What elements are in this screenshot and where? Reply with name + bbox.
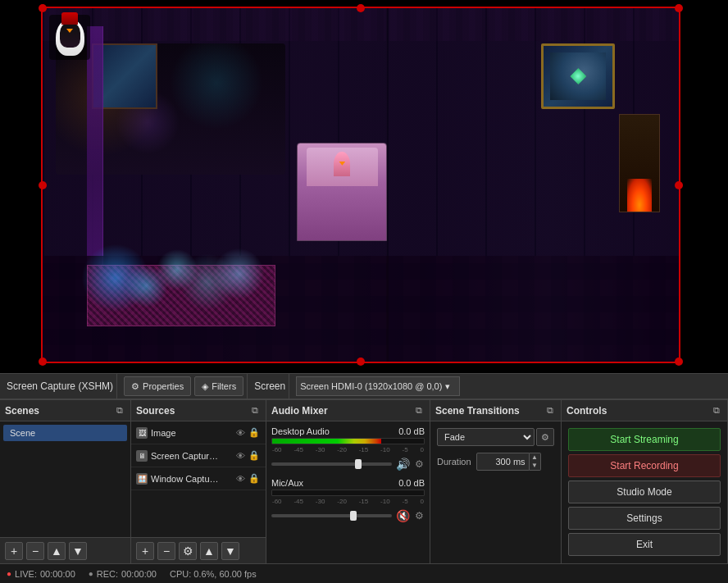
toolbar: Screen Capture (XSHM) ⚙ Properties ◈ Fil… (0, 373, 728, 399)
mic-aux-meter (271, 490, 425, 496)
screen-capture-label: Screen Capture (XSHM) (7, 380, 113, 392)
scenes-up-button[interactable]: ▲ (48, 542, 66, 560)
source-image-lock[interactable]: 🔒 (248, 426, 261, 439)
duration-input[interactable] (476, 453, 530, 471)
source-item-image[interactable]: 🖼 Image 👁 🔒 (131, 421, 266, 444)
handle-mid-left[interactable] (39, 181, 47, 189)
controls-dock-button[interactable]: ⧉ (711, 404, 722, 417)
transitions-row: Fade ⚙ (437, 428, 554, 446)
live-indicator-icon: ● (7, 569, 11, 578)
sources-panel-actions: ⧉ (249, 404, 261, 417)
duration-label: Duration (437, 457, 471, 467)
source-window-icon: 🪟 (136, 473, 148, 485)
transitions-dock-button[interactable]: ⧉ (544, 404, 556, 417)
desktop-audio-mute-button[interactable]: 🔊 (395, 457, 411, 471)
properties-button[interactable]: ⚙ Properties (124, 376, 191, 396)
sources-list: 🖼 Image 👁 🔒 🖥 Screen Captur… 👁 🔒 🪟 Windo… (131, 421, 266, 537)
desktop-audio-header: Desktop Audio 0.0 dB (271, 426, 425, 436)
source-image-visibility[interactable]: 👁 (235, 426, 246, 439)
mic-aux-channel: Mic/Aux 0.0 dB -60 -45 -30 -20 -15 -10 -… (271, 478, 425, 523)
sources-add-button[interactable]: + (136, 542, 154, 560)
source-screen-lock[interactable]: 🔒 (248, 449, 261, 462)
start-recording-button[interactable]: Start Recording (568, 454, 721, 477)
filter-icon: ◈ (202, 381, 208, 392)
scenes-list: Scene (0, 421, 130, 537)
screen-source-section: Screen HDMI-0 (1920x1080 @ 0,0) ▾ (293, 374, 463, 399)
source-item-screen[interactable]: 🖥 Screen Captur… 👁 🔒 (131, 444, 266, 467)
source-screen-name: Screen Captur… (151, 451, 232, 461)
handle-mid-right[interactable] (675, 181, 683, 189)
handle-bottom-right[interactable] (675, 358, 683, 366)
mic-aux-slider[interactable] (271, 514, 392, 517)
mic-aux-labels: -60 -45 -30 -20 -15 -10 -5 0 (271, 498, 425, 505)
controls-panel-header: Controls ⧉ (562, 400, 727, 421)
audio-panel-actions: ⧉ (413, 404, 425, 417)
transition-settings-button[interactable]: ⚙ (536, 428, 554, 446)
audio-channels: Desktop Audio 0.0 dB -60 -45 -30 -20 -15… (266, 421, 430, 563)
rec-label: REC: (97, 569, 118, 579)
duration-row: Duration ▲ ▼ (437, 453, 554, 471)
handle-bottom-left[interactable] (39, 358, 47, 366)
mic-aux-slider-thumb (350, 511, 357, 521)
screen-source-dropdown[interactable]: Screen HDMI-0 (1920x1080 @ 0,0) ▾ (296, 376, 460, 396)
scene-item-scene[interactable]: Scene (3, 425, 127, 441)
live-status: ● LIVE: 00:00:00 (7, 569, 75, 579)
start-streaming-button[interactable]: Start Streaming (568, 428, 721, 451)
desktop-audio-labels: -60 -45 -30 -20 -15 -10 -5 0 (271, 446, 425, 453)
source-item-window[interactable]: 🪟 Window Captu… 👁 🔒 (131, 467, 266, 490)
duration-spinners: ▲ ▼ (530, 453, 541, 471)
sources-footer: + − ⚙ ▲ ▼ (131, 537, 266, 563)
mic-aux-settings-button[interactable]: ⚙ (414, 509, 425, 522)
exit-button[interactable]: Exit (568, 533, 721, 556)
sources-up-button[interactable]: ▲ (200, 542, 218, 560)
mic-aux-header: Mic/Aux 0.0 dB (271, 478, 425, 488)
penguin-hat (61, 12, 78, 25)
source-image-actions: 👁 🔒 (235, 426, 261, 439)
source-window-visibility[interactable]: 👁 (235, 472, 246, 485)
rec-indicator-icon: ● (89, 569, 93, 578)
settings-button[interactable]: Settings (568, 507, 721, 530)
audio-panel-title: Audio Mixer (271, 405, 328, 417)
cpu-label: CPU: 0.6%, 60.00 fps (170, 569, 257, 579)
mic-aux-mute-button[interactable]: 🔇 (395, 508, 411, 523)
source-window-actions: 👁 🔒 (235, 472, 261, 485)
mic-aux-controls: 🔇 ⚙ (271, 508, 425, 523)
handle-bottom-center[interactable] (357, 358, 365, 366)
audio-panel-header: Audio Mixer ⧉ (266, 400, 430, 421)
dock-icon: ⧉ (116, 405, 123, 415)
bed (297, 143, 387, 241)
sources-dock-icon: ⧉ (252, 405, 258, 415)
sources-settings-button[interactable]: ⚙ (179, 542, 197, 560)
preview-area (0, 0, 728, 373)
controls-panel-title: Controls (566, 405, 607, 417)
transitions-panel-actions: ⧉ (544, 404, 556, 417)
scenes-panel: Scenes ⧉ Scene + − ▲ ▼ (0, 400, 131, 563)
scenes-dock-button[interactable]: ⧉ (114, 404, 125, 417)
sources-remove-button[interactable]: − (157, 542, 175, 560)
duration-decrement-button[interactable]: ▼ (530, 462, 540, 470)
source-window-lock[interactable]: 🔒 (248, 472, 261, 485)
studio-mode-button[interactable]: Studio Mode (568, 481, 721, 503)
duration-increment-button[interactable]: ▲ (530, 453, 540, 462)
screen-source-value: Screen HDMI-0 (1920x1080 @ 0,0) (300, 381, 442, 391)
handle-top-left[interactable] (39, 4, 47, 12)
rec-status: ● REC: 00:00:00 (89, 569, 157, 579)
desktop-audio-settings-button[interactable]: ⚙ (414, 458, 425, 471)
mic-aux-name: Mic/Aux (271, 478, 303, 488)
transition-type-select[interactable]: Fade (437, 428, 535, 446)
desktop-audio-slider[interactable] (271, 462, 392, 466)
scenes-down-button[interactable]: ▼ (69, 542, 87, 560)
floor-items (75, 237, 280, 319)
scenes-add-button[interactable]: + (5, 542, 23, 560)
sources-dock-button[interactable]: ⧉ (249, 404, 261, 417)
audio-dock-button[interactable]: ⧉ (413, 404, 425, 417)
scenes-remove-button[interactable]: − (26, 542, 44, 560)
handle-top-center[interactable] (357, 4, 365, 12)
handle-top-right[interactable] (675, 4, 683, 12)
sources-down-button[interactable]: ▼ (221, 542, 239, 560)
controls-dock-icon: ⧉ (713, 405, 720, 415)
source-section: Screen Capture (XSHM) (3, 374, 117, 399)
status-bar: ● LIVE: 00:00:00 ● REC: 00:00:00 CPU: 0.… (0, 563, 728, 583)
source-screen-visibility[interactable]: 👁 (235, 449, 246, 462)
filters-button[interactable]: ◈ Filters (194, 376, 243, 396)
